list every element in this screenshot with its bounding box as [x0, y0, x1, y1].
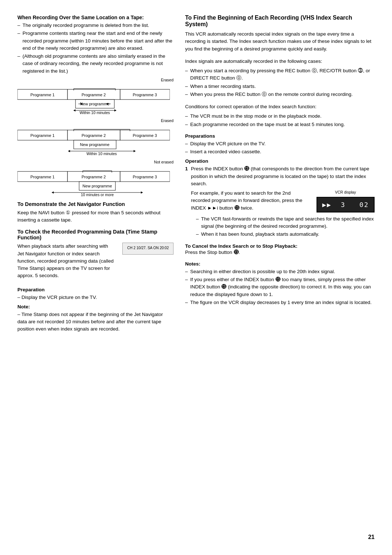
svg-text:Programme 1: Programme 1	[30, 93, 55, 97]
tape-diagram-2-svg: Programme 1 Programme 2 Programme 3 New …	[17, 126, 170, 155]
conditions-section: Conditions for correct operation of the …	[185, 103, 375, 128]
tape-diagram-1-svg: Programme 1 Programme 2 Programme 3 New …	[17, 86, 170, 114]
condition-1: The VCR must be in the stop mode or in t…	[185, 113, 375, 120]
operation-sub-notes: The VCR fast-forwards or rewinds the tap…	[191, 215, 375, 238]
svg-text:Programme 2: Programme 2	[82, 133, 106, 138]
preparation-section: Preparation – Display the VCR picture on…	[17, 287, 173, 301]
cancel-section: To Cancel the Index Search or to Stop Pl…	[185, 243, 375, 256]
operation-step-1-text: Press the INDEX button ⓭ (that correspon…	[191, 166, 369, 186]
svg-marker-46	[52, 191, 54, 194]
cancel-label: To Cancel the Index Search or to Stop Pl…	[185, 243, 298, 249]
conditions-list: The VCR must be in the stop mode or in t…	[185, 113, 375, 128]
jet-nav-title: To Demonstrate the Jet Navigator Functio…	[17, 201, 173, 207]
notes-section: Notes: Searching in either direction is …	[185, 261, 375, 306]
operation-steps: 1 Press the INDEX button ⓭ (that corresp…	[185, 165, 375, 238]
note-item-3: The figure on the VCR display decreases …	[185, 299, 375, 306]
tape-section: When Recording Over the Same Location on…	[17, 15, 173, 196]
note-label: Note:	[17, 304, 173, 309]
jet-nav-body: Keep the NAVI button ① pressed for more …	[17, 209, 173, 224]
left-column: When Recording Over the Same Location on…	[17, 15, 173, 338]
index-case-3: When you press the REC button ⓪ on the r…	[185, 91, 375, 98]
jet-nav-section: To Demonstrate the Jet Navigator Functio…	[17, 201, 173, 224]
svg-text:Programme 2: Programme 2	[82, 175, 106, 179]
diagram-1: Erased Programme 1 Programme 2 Programme…	[17, 78, 173, 114]
time-stamp-body: When playback starts after searching wit…	[17, 243, 115, 279]
vcr-display-label: VCR display	[317, 190, 375, 195]
operation-label: Operation	[185, 158, 375, 164]
preparations-label: Preparations	[185, 133, 375, 139]
operation-note-2: When it has been found, playback starts …	[196, 231, 375, 238]
svg-marker-17	[114, 109, 117, 112]
timestamp-display: CH 2 10/27. SA ON 20:02	[122, 243, 173, 255]
notes-list: Searching in either direction is possibl…	[185, 268, 375, 306]
svg-text:New programme: New programme	[82, 184, 112, 188]
preparation-label: Preparation	[17, 287, 173, 292]
index-case-2: When a timer recording starts.	[185, 83, 375, 90]
preparations-section: Preparations Display the VCR picture on …	[185, 133, 375, 156]
ts-display-text: CH 2 10/27. SA ON 20:02	[127, 246, 169, 250]
main-body: This VCR automatically records special i…	[185, 31, 375, 53]
condition-2: Each programme recorded on the tape must…	[185, 121, 375, 128]
main-section: To Find the Beginning of Each Recording …	[185, 15, 375, 53]
preparation-body: – Display the VCR picture on the TV.	[17, 294, 173, 301]
note-item-1: Searching in either direction is possibl…	[185, 268, 375, 275]
diagram-2: Erased Programme 1 Programme 2 Programme…	[17, 119, 173, 155]
svg-text:Within 10 minutes: Within 10 minutes	[79, 110, 110, 114]
tape-bullet-2: Programme contents starting near the sta…	[17, 30, 173, 52]
preparations-list: Display the VCR picture on the TV. Inser…	[185, 140, 375, 156]
svg-text:Programme 2: Programme 2	[82, 93, 106, 97]
svg-marker-31	[68, 150, 70, 152]
svg-text:Programme 1: Programme 1	[30, 175, 55, 179]
svg-text:10 minutes or more: 10 minutes or more	[81, 193, 114, 196]
prep-item-1: Display the VCR picture on the TV.	[185, 140, 375, 147]
operation-section: Operation 1 Press the INDEX button ⓭ (th…	[185, 158, 375, 238]
operation-step-1: 1 Press the INDEX button ⓭ (that corresp…	[185, 165, 375, 238]
index-cases-list: When you start a recording by pressing t…	[185, 67, 375, 98]
svg-text:Programme 1: Programme 1	[30, 133, 55, 138]
svg-text:Programme 3: Programme 3	[133, 93, 157, 97]
tape-diagram-3-svg: Programme 1 Programme 2 Programme 3 New …	[17, 168, 170, 196]
right-column: To Find the Beginning of Each Recording …	[185, 15, 375, 338]
notes-label: Notes:	[185, 261, 375, 267]
vcr-display-value: ▶▶ 3 02	[322, 201, 369, 208]
tape-section-title: When Recording Over the Same Location on…	[17, 15, 173, 20]
svg-text:New programme: New programme	[80, 142, 109, 147]
svg-text:New programme: New programme	[80, 102, 109, 106]
vcr-display: ▶▶ 3 02	[317, 197, 375, 212]
erased-label-2: Erased	[161, 118, 173, 123]
tape-bullets: The originally recorded programme is del…	[17, 22, 173, 75]
tape-bullet-note: (Although old programme contents are als…	[17, 53, 173, 75]
prep-item-2: Insert a recorded video cassette.	[185, 148, 375, 155]
index-case-1: When you start a recording by pressing t…	[185, 67, 375, 82]
erased-label-1: Erased	[161, 78, 173, 82]
cancel-body: Press the Stop button ⓭.	[185, 249, 375, 256]
svg-marker-47	[141, 191, 143, 194]
svg-text:Programme 3: Programme 3	[133, 133, 157, 138]
svg-text:Programme 3: Programme 3	[133, 175, 157, 179]
note-section: Note: – Time Stamp does not appear if th…	[17, 304, 173, 333]
svg-marker-32	[134, 150, 136, 152]
diagram-3: Not erased Programme 1 Programme 2 Progr…	[17, 161, 173, 196]
time-stamp-section: To Check the Recorded Programming Data (…	[17, 229, 173, 281]
svg-marker-16	[73, 109, 75, 112]
operation-example: For example, if you want to search for t…	[191, 190, 311, 212]
svg-text:Within 10 minutes: Within 10 minutes	[86, 151, 117, 155]
main-title: To Find the Beginning of Each Recording …	[185, 15, 375, 28]
index-intro-section: Index signals are automatically recorded…	[185, 58, 375, 98]
note-item-2: If you press either of the INDEX button …	[185, 276, 375, 298]
conditions-intro: Conditions for correct operation of the …	[185, 103, 375, 110]
tape-bullet-1: The originally recorded programme is del…	[17, 22, 173, 29]
not-erased-label: Not erased	[154, 160, 173, 164]
note-body: – Time Stamp does not appear if the begi…	[17, 311, 173, 333]
time-stamp-title: To Check the Recorded Programming Data (…	[17, 229, 173, 240]
index-intro: Index signals are automatically recorded…	[185, 58, 375, 65]
operation-note-1: The VCR fast-forwards or rewinds the tap…	[196, 215, 375, 230]
page-number: 21	[368, 534, 375, 540]
